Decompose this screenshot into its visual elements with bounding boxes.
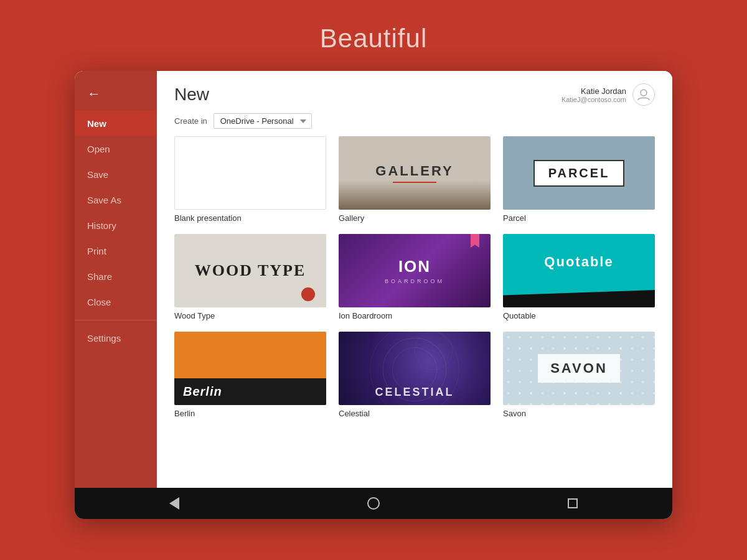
template-thumbnail-ion: ION BOARDROOM [339,234,491,307]
svg-point-2 [392,347,436,391]
savon-text: SAVON [550,360,608,376]
sidebar-item-new[interactable]: New [75,111,157,136]
template-blank[interactable]: Blank presentation [174,136,326,223]
quotable-top: Quotable [503,234,655,290]
woodtype-text: WOOD TYPE [195,261,306,280]
template-ion[interactable]: ION BOARDROOM Ion Boardroom [339,234,491,320]
main-header: New Katie Jordan KatieJ@contoso.com [157,71,672,110]
android-recent-button[interactable] [560,491,585,516]
ion-title: ION [398,257,431,276]
sidebar-divider [75,320,157,320]
create-in-label: Create in [174,116,207,126]
device-frame: ← New Open Save Save As History Print Sh… [75,71,672,519]
template-label-blank: Blank presentation [174,213,326,223]
savon-box: SAVON [538,354,620,383]
android-home-button[interactable] [361,491,386,516]
sidebar-item-history[interactable]: History [75,213,157,238]
sidebar-item-close[interactable]: Close [75,289,157,315]
create-in-select[interactable]: OneDrive - Personal This device [214,113,312,129]
sidebar-item-save[interactable]: Save [75,162,157,187]
sidebar-item-settings[interactable]: Settings [75,325,157,351]
sidebar-item-share[interactable]: Share [75,264,157,289]
template-thumbnail-berlin: Berlin [174,332,326,405]
template-label-quotable: Quotable [503,311,655,320]
main-content: New Katie Jordan KatieJ@contoso.com [157,71,672,488]
back-triangle-icon [169,497,179,510]
android-back-button[interactable] [162,491,187,516]
parcel-box: PARCEL [533,160,625,187]
sidebar-item-saveas[interactable]: Save As [75,187,157,213]
template-label-berlin: Berlin [174,409,326,418]
user-info: Katie Jordan KatieJ@contoso.com [561,83,655,106]
template-thumbnail-woodtype: WOOD TYPE [174,234,326,307]
gallery-text: GALLERY [375,163,453,179]
template-label-savon: Savon [503,409,655,418]
svg-point-4 [415,332,453,370]
app-title: Beautiful [320,24,427,54]
back-button[interactable]: ← [75,77,157,111]
template-celestial[interactable]: CELESTIAL Celestial [339,332,491,418]
template-savon[interactable]: SAVON Savon [503,332,655,418]
template-label-woodtype: Wood Type [174,311,326,320]
svg-point-0 [641,90,647,96]
device-content: ← New Open Save Save As History Print Sh… [75,71,672,488]
recent-square-icon [568,498,578,508]
user-text: Katie Jordan KatieJ@contoso.com [561,86,626,103]
templates-grid: Blank presentation GALLERY Gallery PARCE… [157,136,672,488]
parcel-text: PARCEL [548,166,610,180]
template-label-parcel: Parcel [503,213,655,223]
sidebar-item-open[interactable]: Open [75,136,157,162]
home-circle-icon [367,497,380,510]
template-thumbnail-quotable: Quotable [503,234,655,307]
template-thumbnail-savon: SAVON [503,332,655,405]
sidebar-item-print[interactable]: Print [75,238,157,264]
celestial-text: CELESTIAL [375,386,454,399]
template-label-gallery: Gallery [339,213,491,223]
template-parcel[interactable]: PARCEL Parcel [503,136,655,223]
berlin-bar: Berlin [174,378,326,405]
template-thumbnail-celestial: CELESTIAL [339,332,491,405]
ion-bookmark [471,234,479,248]
gallery-line [393,182,436,183]
avatar[interactable] [632,83,655,106]
template-woodtype[interactable]: WOOD TYPE Wood Type [174,234,326,320]
page-title: New [174,85,209,105]
template-thumbnail-parcel: PARCEL [503,136,655,210]
sidebar: ← New Open Save Save As History Print Sh… [75,71,157,488]
create-in-section: Create in OneDrive - Personal This devic… [157,110,672,136]
template-label-celestial: Celestial [339,409,491,418]
template-quotable[interactable]: Quotable Quotable [503,234,655,320]
user-name: Katie Jordan [561,86,626,96]
berlin-text: Berlin [183,385,222,398]
template-label-ion: Ion Boardroom [339,311,491,320]
template-berlin[interactable]: Berlin Berlin [174,332,326,418]
woodtype-seal [301,287,315,301]
android-nav-bar [75,488,672,519]
template-thumbnail-blank [174,136,326,210]
template-thumbnail-gallery: GALLERY [339,136,491,210]
quotable-bottom [503,290,655,307]
quotable-text: Quotable [544,254,613,270]
ion-subtitle: BOARDROOM [385,278,444,284]
template-gallery[interactable]: GALLERY Gallery [339,136,491,223]
user-email: KatieJ@contoso.com [561,96,626,103]
